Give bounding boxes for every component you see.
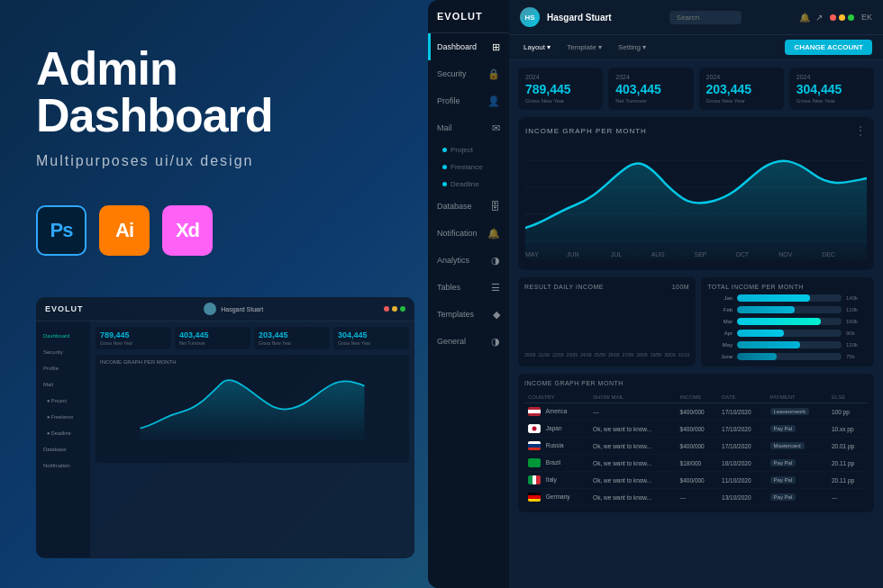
td-income-de: ---	[677, 489, 718, 506]
svg-text:OCT: OCT	[735, 251, 749, 258]
hbar-label-apr: Apr	[707, 330, 733, 336]
hbar-label-jan: Jan	[707, 295, 733, 301]
sp-nav-deadline[interactable]: ● Deadline	[36, 426, 90, 440]
country-name-jp: Japan	[546, 425, 562, 431]
td-country-de: Germany	[524, 489, 589, 506]
bar-group-9: 28/09	[636, 350, 648, 357]
monthly-income-title: TOTAL INCOME PER MONTH	[707, 284, 868, 290]
project-dot	[442, 148, 447, 152]
graph-options-dots[interactable]: ⋮	[855, 124, 867, 137]
sp-nav-notification[interactable]: Notification	[36, 458, 90, 473]
bar-label-1: 20/09	[524, 352, 536, 357]
td-income-jp: $400/000	[677, 421, 718, 438]
title-line2: Dashboard	[36, 92, 414, 139]
sp-nav-security[interactable]: Security	[36, 345, 90, 359]
svg-text:JUN: JUN	[567, 251, 579, 258]
sp-nav-project[interactable]: ● Project	[36, 394, 90, 408]
lock-icon: 🔒	[487, 68, 500, 80]
td-mail-br: Ok, we want to know...	[589, 455, 677, 472]
th-income: INCOME	[677, 392, 718, 403]
sp-stat-2: 403,445 Net Turnover	[175, 327, 250, 349]
change-account-button[interactable]: CHANGE ACCOUNT	[785, 40, 872, 55]
td-payment-de: Pay Pal	[767, 489, 828, 506]
sp-user-info: Hasgard Stuart	[204, 303, 263, 315]
th-mail: SHOW MAIL	[589, 392, 677, 403]
user-icon: 👤	[487, 95, 500, 107]
sidebar-item-analytics[interactable]: Analytics ◑	[428, 247, 509, 274]
td-country-ru: Russia	[524, 438, 589, 455]
td-date-us: 17/10/2020	[718, 403, 767, 421]
bell-topbar-icon[interactable]: 🔔	[799, 13, 810, 23]
sidebar-item-templates[interactable]: Templates ◆	[428, 301, 509, 328]
country-name-de: Germany	[546, 493, 570, 500]
user-avatar: HS	[520, 7, 540, 27]
close-dot[interactable]	[830, 14, 836, 21]
td-country-it: Italy	[524, 472, 589, 489]
tab-layout[interactable]: Layout ▾	[520, 41, 554, 53]
td-payment-jp: Pay Pal	[767, 421, 828, 438]
sidebar-item-profile[interactable]: Profile 👤	[428, 87, 509, 114]
db-topbar: HS Hasgard Stuart 🔔 ↗ EK	[509, 0, 883, 35]
share-topbar-icon[interactable]: ↗	[815, 13, 823, 23]
sidebar-item-project[interactable]: Project	[428, 141, 509, 158]
sp-stat-4-val: 304,445	[338, 330, 405, 339]
sidebar-item-security[interactable]: Security 🔒	[428, 60, 509, 87]
stat-value-3: 203,445	[706, 82, 777, 96]
hbar-june: June 75k	[707, 353, 868, 360]
sp-nav-profile[interactable]: Profile	[36, 361, 90, 375]
td-else-ru: 20.01 pp	[828, 438, 868, 455]
stat-label-1: Gross New Year	[525, 98, 596, 104]
td-date-de: 13/10/2020	[718, 489, 767, 506]
sp-nav-freelance[interactable]: ● Freelance	[36, 410, 90, 424]
td-date-ru: 17/10/2020	[718, 438, 767, 455]
sidebar-item-general[interactable]: General ◑	[428, 328, 509, 355]
title-line1: Admin	[36, 45, 414, 92]
flag-us	[528, 407, 541, 416]
stat-year-2: 2024	[615, 74, 686, 80]
stat-year-4: 2024	[797, 74, 867, 80]
sp-logo: EVOLUT	[45, 304, 84, 313]
topbar-icons: 🔔 ↗	[799, 13, 823, 23]
stat-year-3: 2024	[706, 74, 777, 80]
sidebar-item-tables[interactable]: Tables ☰	[428, 274, 509, 301]
bar-label-9: 28/09	[636, 352, 648, 357]
hbar-feb: Feb 110k	[707, 306, 868, 313]
tab-template[interactable]: Template ▾	[563, 41, 605, 53]
stat-value-2: 403,445	[615, 82, 686, 96]
sidebar-item-freelance[interactable]: Freelance	[428, 158, 509, 176]
sp-nav-mail[interactable]: Mail	[36, 377, 90, 392]
income-table-section: INCOME GRAPH PER MONTH COUNTRY SHOW MAIL…	[518, 374, 874, 512]
td-payment-ru: Mastercard	[767, 438, 828, 455]
sp-nav-dashboard[interactable]: Dashboard	[36, 329, 90, 343]
hbar-chart: Jan 140k Feb 110k Mar	[707, 294, 868, 360]
sidebar-item-dashboard[interactable]: Dashboard ⊞	[428, 33, 509, 60]
sp-nav-database[interactable]: Database	[36, 442, 90, 457]
sp-stat-1-val: 789,445	[100, 330, 167, 339]
bar-label-3: 22/09	[552, 352, 564, 357]
country-name-ru: Russia	[546, 442, 564, 448]
sp-chart-title: INCOME GRAPH PER MONTH	[100, 359, 405, 365]
bar-label-7: 26/09	[608, 352, 620, 357]
maximize-dot[interactable]	[848, 14, 854, 21]
daily-income-chart: RESULT DAILY INCOME 100m 20/09 21/09 22/…	[518, 277, 696, 366]
hbar-track-apr	[737, 330, 842, 337]
bar-label-5: 24/09	[580, 352, 592, 357]
minimize-dot[interactable]	[839, 14, 845, 21]
sidebar-item-database[interactable]: Database 🗄	[428, 193, 509, 220]
search-input[interactable]	[669, 11, 742, 24]
country-name-it: Italy	[546, 476, 557, 483]
hbar-may: May 120k	[707, 341, 868, 348]
sidebar-item-mail[interactable]: Mail ✉	[428, 114, 509, 141]
left-section: Admin Dashboard Multipurposes ui/ux desi…	[36, 45, 414, 288]
sidebar-item-notification[interactable]: Notification 🔔	[428, 220, 509, 247]
stat-card-3: 2024 203,445 Gross New Year	[699, 68, 784, 110]
tab-setting[interactable]: Setting ▾	[614, 41, 650, 53]
daily-income-unit: 100m	[672, 284, 690, 290]
sp-stat-1-lbl: Gross New Year	[100, 340, 167, 346]
flag-br	[528, 458, 541, 467]
payment-badge-ru: Mastercard	[770, 442, 805, 449]
td-income-us: $400/000	[677, 403, 718, 421]
sidebar-item-deadline[interactable]: Deadline	[428, 176, 509, 193]
hbar-val-jan: 140k	[846, 295, 868, 301]
th-date: DATE	[718, 392, 767, 403]
